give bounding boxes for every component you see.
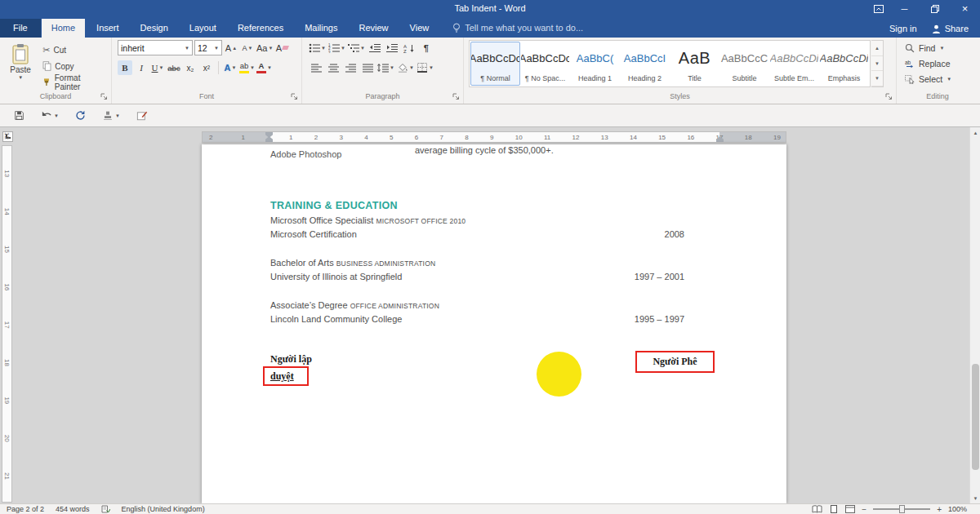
font-dialog-launcher[interactable] <box>290 92 299 101</box>
window-title: Tab Indent - Word <box>0 0 980 17</box>
select-button[interactable]: Select▼ <box>905 72 978 86</box>
tab-mailings[interactable]: Mailings <box>295 19 347 38</box>
stamp-button[interactable]: ▼ <box>100 107 122 125</box>
text-effects-button[interactable]: A▼ <box>223 60 238 75</box>
style-no-spacing[interactable]: AaBbCcDc ¶ No Spac... <box>520 42 570 86</box>
show-formatting-marks-button[interactable]: ¶ <box>419 41 434 55</box>
scrollbar-thumb[interactable] <box>972 364 979 470</box>
scroll-down-icon[interactable]: ▼ <box>970 493 980 503</box>
entry-org: Microsoft Certification <box>270 229 357 239</box>
vertical-scrollbar[interactable]: ▲ ▼ <box>969 127 980 503</box>
redo-button[interactable] <box>73 107 88 125</box>
align-left-button[interactable] <box>309 60 323 75</box>
format-painter-icon <box>42 78 51 87</box>
tab-insert[interactable]: Insert <box>87 19 129 38</box>
change-case-button[interactable]: Aa▼ <box>256 41 273 55</box>
zoom-level[interactable]: 100% <box>948 505 967 513</box>
copy-button[interactable]: Copy <box>41 59 108 73</box>
zoom-out-button[interactable]: − <box>862 505 866 514</box>
hanging-indent-marker[interactable] <box>265 136 273 142</box>
subscript-button[interactable]: x₂ <box>183 60 198 75</box>
read-mode-icon[interactable] <box>812 505 822 513</box>
sign-in-link[interactable]: Sign in <box>889 24 917 33</box>
paste-button[interactable]: Paste ▼ <box>3 40 38 89</box>
decrease-indent-button[interactable] <box>368 41 382 55</box>
superscript-button[interactable]: x² <box>199 60 214 75</box>
style-subtitle[interactable]: AaBbCcC Subtitle <box>719 42 769 86</box>
zoom-slider-thumb[interactable] <box>899 505 905 513</box>
format-painter-button[interactable]: Format Painter <box>41 75 108 90</box>
style-subtle-emphasis[interactable]: AaBbCcDi Subtle Em... <box>769 42 819 86</box>
line-spacing-button[interactable]: ▼ <box>377 60 394 75</box>
bold-button[interactable]: B <box>118 60 132 75</box>
style-heading1[interactable]: AaBbC( Heading 1 <box>570 42 620 86</box>
document-page[interactable]: Adobe Photoshop average billing cycle of… <box>202 144 786 503</box>
zoom-slider[interactable] <box>873 508 930 510</box>
vertical-ruler-numbers: 12131415161718192021 <box>1 132 11 480</box>
edit-signature-button[interactable] <box>134 107 150 125</box>
text-highlight-button[interactable]: ab▼ <box>239 60 255 75</box>
styles-more-button[interactable]: ▼ <box>871 71 883 86</box>
undo-button[interactable]: ▼ <box>38 107 61 125</box>
horizontal-ruler[interactable]: 21 12345678910111213141516171819 <box>202 131 786 143</box>
clear-formatting-button[interactable]: A <box>274 41 289 55</box>
font-size-combobox[interactable]: 12▼ <box>194 40 222 55</box>
numbering-button[interactable]: 123▼ <box>328 41 345 55</box>
shading-icon <box>397 63 408 73</box>
borders-button[interactable]: ▼ <box>416 60 434 75</box>
clipboard-dialog-launcher[interactable] <box>100 92 109 101</box>
language-indicator[interactable]: English (United Kingdom) <box>122 505 205 513</box>
close-button[interactable]: × <box>950 0 980 17</box>
font-name-combobox[interactable]: inherit▼ <box>118 40 193 55</box>
shading-button[interactable]: ▼ <box>397 60 414 75</box>
font-color-button[interactable]: A▼ <box>256 60 272 75</box>
print-layout-icon[interactable] <box>829 505 839 513</box>
ribbon-display-options-button[interactable] <box>868 0 889 17</box>
restore-button[interactable] <box>920 0 950 17</box>
tab-references[interactable]: References <box>228 19 293 38</box>
minimize-button[interactable]: ─ <box>889 0 920 17</box>
find-button[interactable]: Find▼ <box>905 41 978 55</box>
scroll-up-icon[interactable]: ▲ <box>970 127 980 138</box>
entry-org: Lincoln Land Community College <box>270 314 402 324</box>
page-indicator[interactable]: Page 2 of 2 <box>7 505 44 513</box>
multilevel-list-button[interactable]: ▼ <box>348 41 365 55</box>
word-count[interactable]: 454 words <box>56 505 90 513</box>
styles-scroll-up-button[interactable]: ▲ <box>871 41 883 56</box>
strikethrough-button[interactable]: abc <box>167 60 181 75</box>
share-button[interactable]: Share <box>932 24 969 33</box>
paragraph-dialog-launcher[interactable] <box>452 92 461 101</box>
web-layout-icon[interactable] <box>845 505 855 513</box>
shrink-font-button[interactable]: A▼ <box>240 41 255 55</box>
styles-scroll-down-button[interactable]: ▼ <box>871 56 883 72</box>
style-title[interactable]: AaB Title <box>670 42 719 86</box>
cut-button[interactable]: ✂ Cut <box>41 42 108 57</box>
tab-layout[interactable]: Layout <box>180 19 226 38</box>
proofing-icon[interactable] <box>101 505 110 513</box>
tab-home[interactable]: Home <box>42 19 85 38</box>
align-center-button[interactable] <box>326 60 341 75</box>
tell-me-box[interactable]: Tell me what you want to do... <box>452 23 583 38</box>
replace-button[interactable]: ab Replace <box>905 56 978 71</box>
grow-font-button[interactable]: A▲ <box>224 41 238 55</box>
save-button[interactable] <box>11 107 27 125</box>
styles-dialog-launcher[interactable] <box>884 92 893 101</box>
ruler-margin-numbers: 21 <box>209 132 245 142</box>
status-bar: Page 2 of 2 454 words English (United Ki… <box>0 503 980 514</box>
tab-file[interactable]: File <box>0 19 41 38</box>
sort-button[interactable]: AZ <box>402 41 416 55</box>
tab-design[interactable]: Design <box>131 19 178 38</box>
align-right-button[interactable] <box>343 60 358 75</box>
bullets-button[interactable]: ▼ <box>309 41 326 55</box>
style-normal[interactable]: AaBbCcDc ¶ Normal <box>470 42 520 86</box>
tab-view[interactable]: View <box>400 19 439 38</box>
document-canvas[interactable]: 12131415161718192021 21 1234567891011121… <box>0 127 980 503</box>
underline-button[interactable]: U▼ <box>150 60 165 75</box>
increase-indent-button[interactable] <box>385 41 399 55</box>
style-emphasis[interactable]: AaBbCcDi Emphasis <box>819 42 869 86</box>
tab-review[interactable]: Review <box>350 19 399 38</box>
justify-button[interactable] <box>360 60 375 75</box>
style-heading2[interactable]: AaBbCcI Heading 2 <box>620 42 670 86</box>
italic-button[interactable]: I <box>134 60 149 75</box>
zoom-in-button[interactable]: + <box>937 505 942 514</box>
